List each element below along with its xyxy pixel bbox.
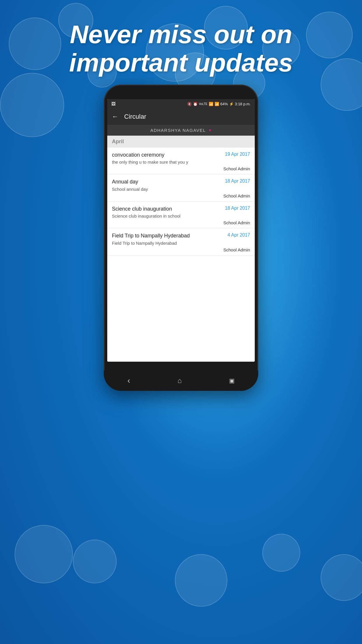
month-header: April [107,136,255,148]
app-bar: ← Circular [107,108,255,125]
student-selector[interactable]: ADHARSHYA NAGAVEL ▼ [107,125,255,136]
status-left: 🖼 [111,102,115,106]
circular-item-desc: School annual day [112,187,250,192]
circular-item-author: School Admin [112,193,250,198]
circular-item-title: Science club inauguration [112,206,223,212]
circular-item-title: convocation ceremony [112,152,223,158]
headline-line1: Never miss out on [17,20,345,49]
status-bar: 🖼 🔇 ⏰ VoLTE 📶 📶 64% ⚡ 3:18 p.m. [107,99,255,108]
status-right: 🔇 ⏰ VoLTE 📶 📶 64% ⚡ 3:18 p.m. [187,102,251,106]
circular-item-title: Field Trip to Nampally Hyderabad [112,232,225,239]
circular-item-header: Field Trip to Nampally Hyderabad 4 Apr 2… [112,232,250,239]
home-nav-button[interactable]: ⌂ [178,377,182,385]
wifi-icon: 📶 [209,102,213,106]
volume-down-button [104,171,104,188]
circular-item-date: 19 Apr 2017 [225,152,250,157]
circular-item-desc: Field Trip to Nampally Hyderabad [112,241,250,246]
dropdown-arrow-icon: ▼ [208,128,212,132]
volume-silent-button [104,131,104,143]
circular-item[interactable]: Annual day 18 Apr 2017 School annual day… [107,174,255,201]
mute-icon: 🔇 [187,102,192,106]
circular-item-title: Annual day [112,178,223,185]
student-name: ADHARSHYA NAGAVEL [150,128,206,133]
bottom-navigation: ‹ ⌂ ▣ [104,370,258,391]
circular-item-header: Science club inauguration 18 Apr 2017 [112,206,250,212]
app-bar-title: Circular [124,113,146,120]
battery-percent: 64% [220,102,228,106]
circular-item-author: School Admin [112,166,250,171]
circular-item-header: convocation ceremony 19 Apr 2017 [112,152,250,158]
circular-item-date: 4 Apr 2017 [228,232,250,238]
alarm-icon: ⏰ [193,102,198,106]
signal-icon: 📶 [215,102,219,106]
circular-item-desc: Science club inauguration in school [112,214,250,218]
charging-icon: ⚡ [229,102,234,106]
circular-item-author: School Admin [112,247,250,252]
notification-icon: 🖼 [111,102,115,106]
circular-list: convocation ceremony 19 Apr 2017 the onl… [107,148,255,362]
circular-item-date: 18 Apr 2017 [225,178,250,184]
phone-shell: 🖼 🔇 ⏰ VoLTE 📶 📶 64% ⚡ 3:18 p.m. ← Circul… [104,85,258,391]
back-nav-button[interactable]: ‹ [127,376,130,385]
circular-item[interactable]: convocation ceremony 19 Apr 2017 the onl… [107,148,255,174]
circular-item[interactable]: Science club inauguration 18 Apr 2017 Sc… [107,202,255,228]
volume-up-button [104,149,104,166]
time-display: 3:18 p.m. [235,102,251,106]
volte-label: VoLTE [199,102,207,106]
back-button[interactable]: ← [112,113,118,120]
headline-line2: important updates [17,49,345,77]
circular-item-author: School Admin [112,220,250,225]
power-button [258,143,258,163]
circular-item-desc: the only thing u to make sure that you y [112,160,250,164]
phone-screen: 🖼 🔇 ⏰ VoLTE 📶 📶 64% ⚡ 3:18 p.m. ← Circul… [107,99,255,362]
headline: Never miss out on important updates [0,20,362,77]
circular-item[interactable]: Field Trip to Nampally Hyderabad 4 Apr 2… [107,228,255,255]
recents-nav-button[interactable]: ▣ [229,377,235,384]
circular-item-date: 18 Apr 2017 [225,206,250,211]
circular-item-header: Annual day 18 Apr 2017 [112,178,250,185]
